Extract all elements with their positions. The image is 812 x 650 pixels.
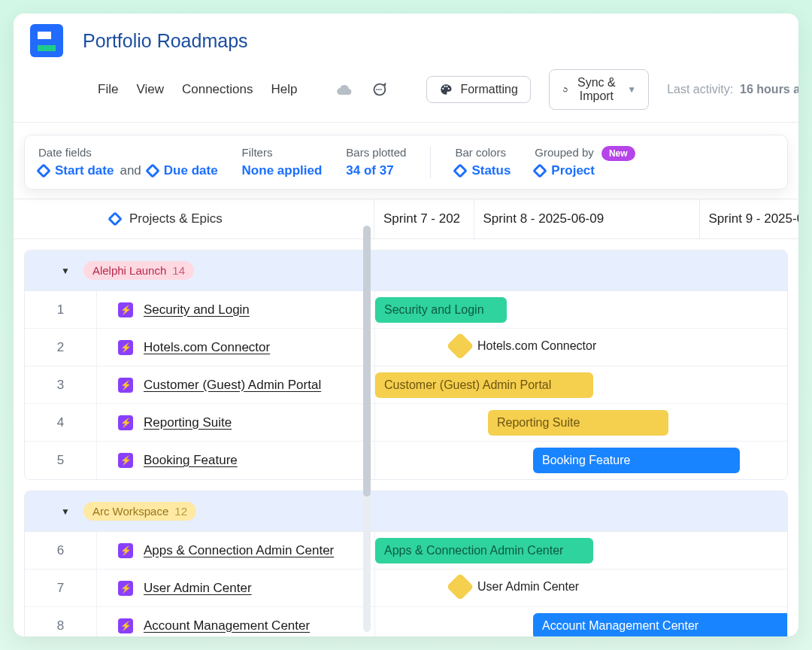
diamond-icon [145,163,160,178]
table-row: 5⚡Booking FeatureBooking Feature [25,442,787,479]
header: Portfolio Roadmaps File View Connections… [14,14,798,123]
table-row: 2⚡Hotels.com ConnectorHotels.com Connect… [25,329,787,366]
table-row: 7⚡User Admin CenterUser Admin Center [25,570,787,607]
timeline-cell[interactable]: Booking Feature [375,442,787,479]
table-row: 4⚡Reporting SuiteReporting Suite [25,404,787,442]
group-chip[interactable]: Alelphi Launch14 [83,261,194,280]
epic-icon: ⚡ [118,302,133,317]
sprint-header-9[interactable]: Sprint 9 - 2025-06- [700,199,799,238]
filter-date-fields[interactable]: Date fields Start date and Due date [38,146,218,178]
row-number: 6 [25,532,97,569]
task-link[interactable]: Customer (Guest) Admin Portal [144,378,321,393]
task-link[interactable]: Apps & Connection Admin Center [144,543,334,558]
gantt-bar[interactable]: Apps & Connection Admin Center [375,538,593,563]
group-header[interactable]: ▼Arc Workspace12 [25,491,787,532]
task-cell: ⚡Booking Feature [97,442,375,479]
collapse-caret-icon[interactable]: ▼ [61,266,70,276]
filter-bar-colors[interactable]: Bar colors Status [455,146,511,178]
group-name: Arc Workspace [92,505,168,518]
menu-connections[interactable]: Connections [182,82,253,97]
bars-label: Bars plotted [346,146,406,159]
chat-icon[interactable] [371,81,387,98]
timeline-cell[interactable]: Apps & Connection Admin Center [375,532,787,569]
epic-icon: ⚡ [118,378,133,393]
timeline-cell[interactable]: Security and Login [375,291,787,328]
task-link[interactable]: Account Management Center [144,618,310,633]
epic-icon: ⚡ [118,340,133,355]
diamond-icon [108,211,123,226]
filter-grouped-by[interactable]: Grouped by New Project [535,146,635,178]
row-number: 2 [25,329,97,366]
group-header[interactable]: ▼Alelphi Launch14 [25,251,787,291]
diamond-icon [532,163,547,178]
roadmap-body: ▼Alelphi Launch141⚡Security and LoginSec… [14,250,798,636]
grouped-value: Project [551,163,595,178]
milestone[interactable]: Hotels.com Connector [450,336,596,356]
group-count: 14 [172,264,185,277]
milestone[interactable]: User Admin Center [450,577,579,597]
timeline-cell[interactable]: Account Management Center [375,607,787,636]
grouped-label: Grouped by New [535,146,635,159]
task-cell: ⚡User Admin Center [97,570,375,606]
task-cell: ⚡Security and Login [97,291,375,328]
epic-icon: ⚡ [118,618,133,633]
row-number: 8 [25,607,97,636]
task-link[interactable]: Hotels.com Connector [144,340,270,355]
filters-label: Filters [242,146,323,159]
filter-separator [430,146,431,178]
timeline-cell[interactable]: Customer (Guest) Admin Portal [375,366,787,403]
date-fields-label: Date fields [38,146,218,159]
column-header: Projects & Epics Sprint 7 - 202 Sprint 8… [14,199,798,239]
page-title: Portfolio Roadmaps [83,30,248,52]
task-link[interactable]: User Admin Center [144,581,252,596]
timeline-cell[interactable]: Hotels.com Connector [375,329,787,366]
colors-label: Bar colors [455,146,511,159]
gantt-bar[interactable]: Account Management Center [533,613,788,636]
vertical-scrollbar[interactable] [363,226,371,632]
sprint-header-8[interactable]: Sprint 8 - 2025-06-09 [474,199,700,238]
milestone-diamond-icon [447,573,474,601]
bars-value: 34 of 37 [346,163,393,178]
gantt-bar[interactable]: Customer (Guest) Admin Portal [375,372,593,398]
epic-icon: ⚡ [118,415,133,430]
row-number: 7 [25,570,97,606]
timeline-cell[interactable]: User Admin Center [375,570,787,606]
projects-epics-header[interactable]: Projects & Epics [14,199,374,238]
menubar: File View Connections Help Formatting Sy… [14,57,798,123]
gantt-bar[interactable]: Booking Feature [533,448,740,473]
milestone-label: User Admin Center [477,580,579,594]
row-number: 5 [25,442,97,479]
timeline-cell[interactable]: Reporting Suite [375,404,787,441]
gantt-bar[interactable]: Security and Login [375,297,507,323]
app-window: Portfolio Roadmaps File View Connections… [14,14,798,636]
task-link[interactable]: Reporting Suite [144,415,232,430]
table-row: 1⚡Security and LoginSecurity and Login [25,291,787,329]
palette-icon [439,83,453,96]
epic-icon: ⚡ [118,543,133,558]
row-number: 1 [25,291,97,328]
table-row: 3⚡Customer (Guest) Admin PortalCustomer … [25,366,787,404]
menu-help[interactable]: Help [271,82,297,97]
sprint-header-7[interactable]: Sprint 7 - 202 [374,199,474,238]
filter-bars-plotted[interactable]: Bars plotted 34 of 37 [346,146,406,178]
cloud-icon[interactable] [336,81,353,98]
filter-filters[interactable]: Filters None applied [242,146,323,178]
group-count: 12 [174,505,187,518]
sync-import-button[interactable]: Sync & Import ▼ [549,69,649,110]
filter-bar: Date fields Start date and Due date Filt… [24,135,788,190]
new-badge: New [601,146,635,161]
last-activity-label: Last activity: [667,83,733,96]
due-date-value: Due date [164,163,218,178]
scrollbar-thumb[interactable] [363,226,371,497]
task-link[interactable]: Security and Login [144,302,250,317]
collapse-caret-icon[interactable]: ▼ [61,506,70,517]
group-chip[interactable]: Arc Workspace12 [83,502,196,521]
epic-icon: ⚡ [118,453,133,468]
menu-file[interactable]: File [98,82,118,97]
menu-view[interactable]: View [136,82,164,97]
formatting-button[interactable]: Formatting [426,76,530,103]
gantt-bar[interactable]: Reporting Suite [488,410,668,436]
group-name: Alelphi Launch [92,264,166,277]
group-panel: ▼Alelphi Launch141⚡Security and LoginSec… [24,250,788,480]
task-link[interactable]: Booking Feature [144,453,238,468]
